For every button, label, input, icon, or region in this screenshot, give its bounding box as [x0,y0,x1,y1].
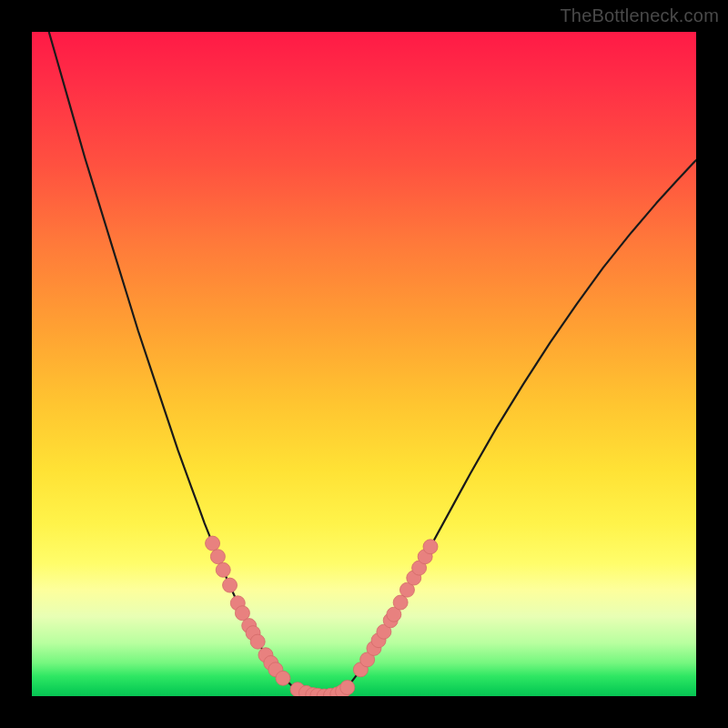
chart-svg [32,32,696,696]
data-marker-left [216,562,230,577]
data-marker-left [223,578,238,592]
watermark-text: TheBottleneck.com [560,5,719,26]
data-marker-left [250,634,265,649]
plot-area [32,32,696,696]
chart-frame: TheBottleneck.com [0,0,728,728]
data-marker-left [206,536,220,551]
data-marker-left [276,671,290,685]
marker-group [206,536,438,696]
data-marker-right [393,595,408,610]
data-marker-right [423,540,438,554]
data-marker-bottom [340,681,355,695]
data-marker-left [210,550,225,564]
data-marker-left [235,606,249,621]
bottleneck-curve [32,32,696,696]
